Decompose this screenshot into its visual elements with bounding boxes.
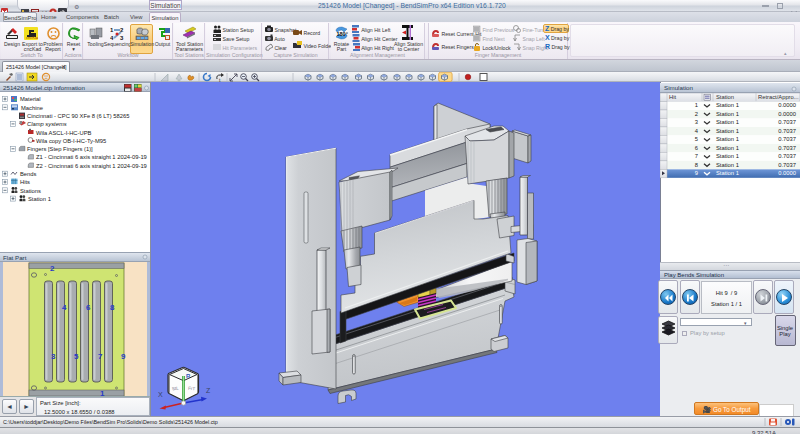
svg-text:Station 1: Station 1 [716,170,739,176]
svg-text:2: 2 [695,111,698,117]
svg-text:2: 2 [50,264,55,273]
svg-text:Station 1: Station 1 [716,111,739,117]
svg-text:3: 3 [695,119,698,125]
svg-text:Z1 - Cincinnati 6 axis straigh: Z1 - Cincinnati 6 axis straight 1 2024-0… [36,154,147,160]
svg-text:0.0000: 0.0000 [778,102,796,108]
svg-text:FrT: FrT [188,386,196,391]
svg-text:1: 1 [100,389,105,396]
svg-text:Station 1: Station 1 [716,128,739,134]
svg-text:StL: StL [172,386,180,391]
svg-text:1: 1 [110,27,114,33]
svg-text:Wila ASCL-I-HC-UPB: Wila ASCL-I-HC-UPB [36,130,92,136]
svg-text:Stations: Stations [20,188,41,194]
svg-text:0.7037: 0.7037 [778,119,796,125]
svg-text:Retract/Appro...: Retract/Appro... [758,94,799,100]
svg-text:Cincinnati - CPC 90 XFe 8 (6 L: Cincinnati - CPC 90 XFe 8 (6 LT) 58265 [27,113,129,119]
svg-text:Z2 - Cincinnati 6 axis straigh: Z2 - Cincinnati 6 axis straight 1 2024-0… [36,163,147,169]
svg-text:Z: Z [206,387,211,394]
svg-text:5: 5 [695,136,698,142]
svg-text:Hit: Hit [669,94,676,100]
svg-text:R: R [186,373,191,379]
svg-text:cncKad: cncKad [26,35,38,40]
svg-text:Fingers [Step Fingers (1)]: Fingers [Step Fingers (1)] [27,146,93,152]
svg-text:0.7037: 0.7037 [778,136,796,142]
svg-text:Station 1: Station 1 [716,119,739,125]
svg-text:Station 1: Station 1 [716,153,739,159]
svg-text:0.7037: 0.7037 [778,145,796,151]
svg-text:9: 9 [121,352,126,361]
svg-text:3: 3 [120,35,124,40]
svg-text:5: 5 [74,352,79,361]
svg-text:180°: 180° [337,31,348,37]
svg-text:Station 1: Station 1 [716,162,739,168]
svg-text:X: X [158,391,163,398]
svg-text:6: 6 [86,303,91,312]
svg-text:Station 1: Station 1 [28,196,51,202]
svg-text:0.0000: 0.0000 [778,111,796,117]
svg-text:4: 4 [62,303,67,312]
svg-text:Station 1: Station 1 [716,102,739,108]
svg-text:8: 8 [695,162,698,168]
svg-text:Material: Material [20,96,41,102]
svg-text:Wila copy OB-I-HC-Ty-M95: Wila copy OB-I-HC-Ty-M95 [36,138,106,144]
svg-text:Bends: Bends [20,171,37,177]
svg-text:Station 1: Station 1 [716,136,739,142]
svg-text:0.7037: 0.7037 [778,153,796,159]
svg-text:1: 1 [695,102,698,108]
svg-text:Machine: Machine [21,105,43,111]
svg-text:Hits: Hits [20,179,30,185]
svg-text:8: 8 [110,303,115,312]
svg-text:Station 1: Station 1 [716,145,739,151]
svg-text:0.7037: 0.7037 [778,162,796,168]
svg-text:Station: Station [716,94,734,100]
svg-text:7: 7 [98,352,103,361]
svg-text:Clamp systems: Clamp systems [27,121,67,127]
svg-text:0.7037: 0.7037 [778,128,796,134]
svg-text:9: 9 [695,170,698,176]
svg-text:0.0000: 0.0000 [778,170,796,176]
svg-text:3: 3 [51,352,56,361]
svg-text:4: 4 [110,35,114,40]
svg-text:7: 7 [695,153,698,159]
svg-text:6: 6 [695,145,698,151]
